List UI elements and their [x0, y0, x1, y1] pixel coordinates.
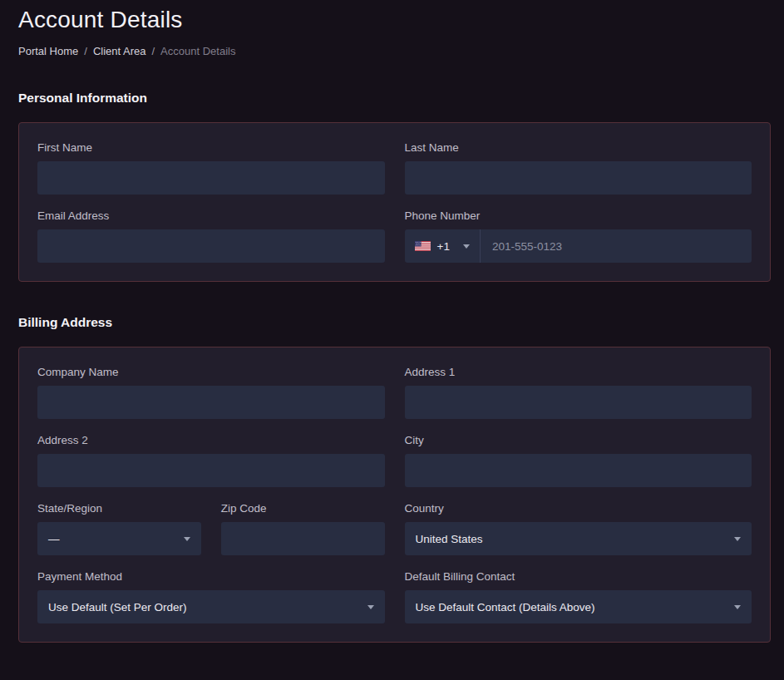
- billing-address-heading: Billing Address: [18, 315, 771, 330]
- country-value: United States: [416, 533, 483, 545]
- email-address-label: Email Address: [37, 209, 385, 222]
- state-region-label: State/Region: [37, 502, 201, 515]
- dial-code-value: +1: [437, 240, 450, 253]
- page-title: Account Details: [18, 7, 771, 33]
- personal-information-heading: Personal Information: [18, 91, 771, 106]
- last-name-input[interactable]: [405, 161, 752, 195]
- city-field: City: [405, 434, 752, 487]
- payment-method-value: Use Default (Set Per Order): [48, 601, 187, 613]
- phone-number-input[interactable]: [481, 229, 752, 263]
- first-name-field: First Name: [37, 141, 385, 195]
- payment-method-field: Payment Method Use Default (Set Per Orde…: [37, 570, 385, 623]
- breadcrumb: Portal Home / Client Area / Account Deta…: [18, 45, 771, 57]
- us-flag-icon: [415, 241, 431, 251]
- breadcrumb-current: Account Details: [160, 45, 235, 57]
- zip-code-field: Zip Code: [221, 502, 385, 555]
- breadcrumb-separator: /: [84, 45, 87, 57]
- phone-number-label: Phone Number: [405, 209, 752, 222]
- zip-code-label: Zip Code: [221, 502, 385, 515]
- breadcrumb-client-area[interactable]: Client Area: [93, 45, 146, 57]
- chevron-down-icon: [184, 537, 190, 541]
- address2-field: Address 2: [37, 434, 385, 487]
- last-name-field: Last Name: [405, 141, 752, 195]
- breadcrumb-separator: /: [151, 45, 155, 57]
- billing-address-card: Company Name Address 1 Address 2 City St…: [18, 347, 771, 643]
- last-name-label: Last Name: [405, 141, 752, 154]
- email-address-field: Email Address: [37, 209, 385, 263]
- country-label: Country: [405, 502, 752, 515]
- first-name-input[interactable]: [37, 161, 385, 195]
- payment-method-label: Payment Method: [37, 570, 385, 583]
- address1-label: Address 1: [405, 366, 752, 378]
- chevron-down-icon: [367, 605, 374, 609]
- chevron-down-icon: [463, 244, 470, 249]
- default-billing-contact-label: Default Billing Contact: [405, 570, 752, 583]
- address1-field: Address 1: [405, 366, 752, 419]
- breadcrumb-portal-home[interactable]: Portal Home: [18, 45, 78, 57]
- company-name-input[interactable]: [37, 386, 385, 419]
- email-address-input[interactable]: [37, 229, 385, 263]
- chevron-down-icon: [734, 605, 741, 609]
- city-input[interactable]: [405, 454, 752, 487]
- address2-input[interactable]: [37, 454, 385, 487]
- state-zip-row: State/Region — Zip Code: [37, 502, 385, 555]
- chevron-down-icon: [734, 537, 741, 541]
- phone-number-field: Phone Number: [405, 209, 752, 263]
- zip-code-input[interactable]: [221, 522, 385, 555]
- first-name-label: First Name: [37, 141, 385, 154]
- address1-input[interactable]: [405, 386, 752, 419]
- default-billing-contact-field: Default Billing Contact Use Default Cont…: [405, 570, 752, 623]
- default-billing-contact-select[interactable]: Use Default Contact (Details Above): [405, 590, 752, 623]
- company-name-label: Company Name: [37, 366, 385, 378]
- state-region-value: —: [48, 533, 60, 545]
- country-code-select[interactable]: +1: [405, 229, 481, 263]
- country-select[interactable]: United States: [405, 522, 752, 555]
- company-name-field: Company Name: [37, 366, 385, 419]
- personal-information-card: First Name Last Name Email Address Phone…: [18, 122, 771, 282]
- address2-label: Address 2: [37, 434, 385, 446]
- city-label: City: [405, 434, 752, 446]
- country-field: Country United States: [405, 502, 752, 555]
- default-billing-contact-value: Use Default Contact (Details Above): [416, 601, 595, 613]
- state-region-select[interactable]: —: [37, 522, 201, 555]
- account-details-page: Account Details Portal Home / Client Are…: [0, 0, 784, 658]
- state-region-field: State/Region —: [37, 502, 201, 555]
- payment-method-select[interactable]: Use Default (Set Per Order): [37, 590, 385, 623]
- phone-input-group: +1: [405, 229, 752, 263]
